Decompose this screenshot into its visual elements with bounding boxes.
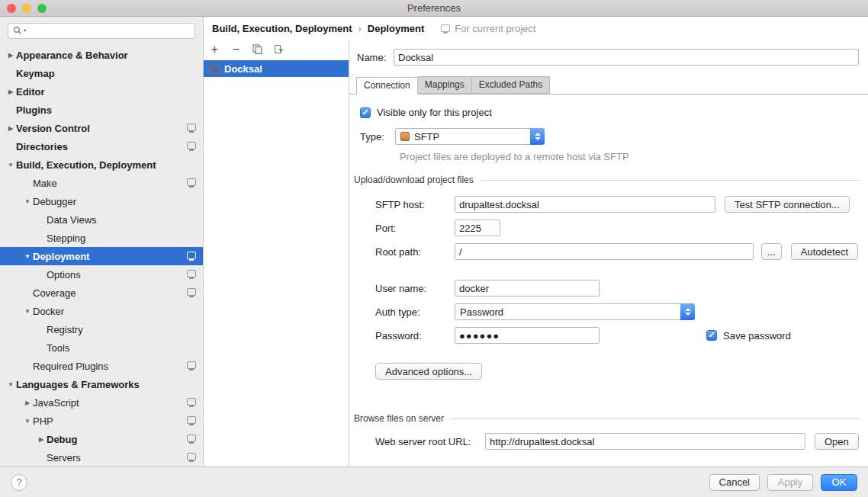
sidebar-item-docker[interactable]: ▼Docker: [0, 302, 203, 320]
type-select[interactable]: SFTP: [395, 128, 545, 145]
settings-search-input[interactable]: [31, 24, 207, 37]
sidebar-item-languages-frameworks[interactable]: ▼Languages & Frameworks: [0, 375, 203, 393]
type-label: Type:: [360, 131, 395, 143]
sftp-host-input[interactable]: [455, 196, 715, 213]
sidebar-item-data-views[interactable]: Data Views: [0, 210, 203, 229]
select-stepper-icon[interactable]: [530, 128, 545, 145]
chevron-right-icon[interactable]: ▶: [22, 399, 33, 406]
sidebar-item-tools[interactable]: Tools: [0, 338, 203, 357]
close-window-button[interactable]: [7, 4, 16, 13]
cancel-button[interactable]: Cancel: [709, 474, 760, 491]
sidebar-item-label: Debugger: [33, 196, 76, 207]
zoom-window-button[interactable]: [37, 4, 47, 13]
server-icon: [210, 64, 220, 74]
sidebar-item-version-control[interactable]: ▶Version Control: [0, 119, 203, 137]
sidebar-item-label: Data Views: [47, 214, 97, 226]
sidebar-item-javascript[interactable]: ▶JavaScript: [0, 393, 203, 412]
auth-type-select[interactable]: Password: [455, 303, 695, 320]
browse-root-path-button[interactable]: ...: [761, 243, 782, 260]
sidebar-item-plugins[interactable]: Plugins: [0, 101, 203, 119]
sidebar-item-keymap[interactable]: Keymap: [0, 64, 203, 82]
section-divider: [480, 180, 860, 181]
settings-tree: ▶Appearance & BehaviorKeymap▶EditorPlugi…: [0, 46, 203, 467]
test-sftp-connection-button[interactable]: Test SFTP connection...: [725, 196, 850, 213]
auth-type-label: Auth type:: [375, 306, 455, 318]
tab-connection[interactable]: Connection: [356, 77, 418, 95]
web-root-input[interactable]: [485, 433, 805, 450]
type-value: SFTP: [414, 131, 439, 143]
sidebar-item-php[interactable]: ▼PHP: [0, 412, 203, 430]
chevron-right-icon[interactable]: ▶: [5, 88, 16, 95]
sidebar-item-label: Registry: [47, 324, 83, 335]
sidebar-item-label: Version Control: [16, 123, 90, 134]
sidebar-item-coverage[interactable]: Coverage: [0, 284, 203, 302]
per-project-icon: [187, 123, 196, 131]
traffic-lights: [7, 4, 47, 13]
sidebar-item-label: Languages & Frameworks: [16, 379, 140, 390]
chevron-down-icon[interactable]: ▼: [22, 418, 33, 425]
root-path-input[interactable]: [455, 243, 754, 260]
autodetect-button[interactable]: Autodetect: [791, 243, 858, 260]
deployment-form: Name: Connection Mappings Excluded Paths…: [349, 40, 868, 467]
password-input[interactable]: [455, 327, 600, 344]
sidebar-item-make[interactable]: Make: [0, 174, 203, 192]
chevron-down-icon[interactable]: ▾: [24, 27, 27, 34]
sidebar-item-label: Servers: [47, 452, 81, 463]
name-input[interactable]: [394, 49, 859, 66]
user-name-input[interactable]: [455, 280, 600, 297]
sidebar-item-debugger[interactable]: ▼Debugger: [0, 192, 203, 210]
settings-search[interactable]: ▾: [8, 23, 195, 39]
sidebar-item-debug[interactable]: ▶Debug: [0, 430, 203, 448]
server-list-item[interactable]: Docksal: [204, 60, 349, 77]
tabbar: Connection Mappings Excluded Paths: [349, 76, 868, 95]
sidebar-item-deployment[interactable]: ▼Deployment: [0, 247, 203, 265]
sidebar-item-appearance-behavior[interactable]: ▶Appearance & Behavior: [0, 46, 203, 64]
minimize-window-button[interactable]: [22, 4, 31, 13]
sidebar-item-editor[interactable]: ▶Editor: [0, 82, 203, 101]
advanced-options-button[interactable]: Advanced options...: [375, 363, 482, 380]
current-project-context: For current project: [441, 23, 535, 34]
breadcrumb-parent[interactable]: Build, Execution, Deployment: [212, 23, 352, 34]
window-title: Preferences: [0, 0, 868, 16]
remove-icon[interactable]: −: [230, 43, 242, 55]
open-button[interactable]: Open: [815, 433, 859, 450]
ok-button[interactable]: OK: [821, 474, 857, 491]
help-button[interactable]: ?: [11, 474, 27, 491]
sidebar-item-build-execution-deployment[interactable]: ▼Build, Execution, Deployment: [0, 156, 203, 174]
chevron-right-icon[interactable]: ▶: [5, 125, 16, 132]
port-input[interactable]: [455, 220, 500, 236]
per-project-icon: [187, 361, 196, 369]
chevron-down-icon[interactable]: ▼: [5, 381, 16, 388]
sidebar-item-registry[interactable]: Registry: [0, 320, 203, 338]
paste-icon[interactable]: [273, 43, 285, 55]
root-path-label: Root path:: [375, 246, 455, 258]
auth-type-value: Password: [460, 306, 503, 318]
select-stepper-icon[interactable]: [680, 303, 695, 320]
apply-button[interactable]: Apply: [767, 474, 813, 491]
tab-mappings[interactable]: Mappings: [418, 76, 472, 94]
sidebar-item-directories[interactable]: Directories: [0, 137, 203, 156]
server-list-panel: + − Docksal: [204, 40, 349, 467]
chevron-right-icon[interactable]: ▶: [36, 436, 47, 443]
visible-only-checkbox[interactable]: [360, 107, 371, 118]
user-name-label: User name:: [375, 283, 455, 294]
chevron-down-icon[interactable]: ▼: [22, 198, 33, 205]
save-password-checkbox[interactable]: [706, 330, 717, 341]
chevron-right-icon[interactable]: ▶: [5, 52, 16, 59]
sidebar-item-required-plugins[interactable]: Required Plugins: [0, 357, 203, 375]
sidebar-item-stepping[interactable]: Stepping: [0, 229, 203, 247]
chevron-down-icon[interactable]: ▼: [22, 308, 33, 315]
copy-icon[interactable]: [252, 43, 263, 55]
sidebar-item-label: Build, Execution, Deployment: [16, 159, 156, 171]
server-list-toolbar: + −: [204, 40, 349, 59]
sidebar-item-servers[interactable]: Servers: [0, 448, 203, 467]
per-project-icon: [187, 416, 196, 424]
sidebar-item-options[interactable]: Options: [0, 265, 203, 284]
titlebar: Preferences: [0, 0, 868, 17]
tab-excluded-paths[interactable]: Excluded Paths: [472, 76, 550, 94]
add-icon[interactable]: +: [209, 43, 220, 55]
chevron-down-icon[interactable]: ▼: [22, 253, 33, 260]
upload-section-title: Upload/download project files: [354, 175, 474, 185]
chevron-down-icon[interactable]: ▼: [5, 162, 16, 168]
sftp-host-label: SFTP host:: [375, 199, 455, 210]
